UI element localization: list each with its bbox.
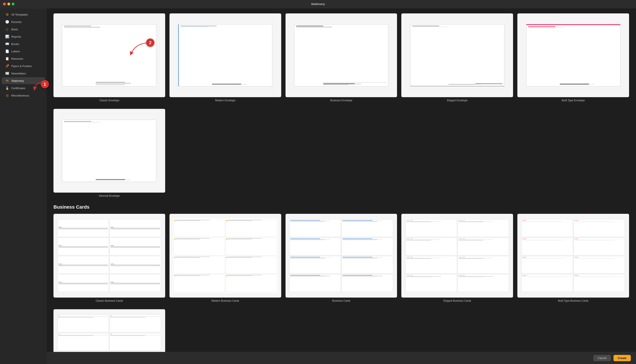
- sidebar-label-books: Books: [11, 42, 19, 46]
- sidebar-item-newsletters[interactable]: 📰 Newsletters: [2, 70, 45, 77]
- sidebar-item-resumes[interactable]: 📋 Resumes: [2, 55, 45, 62]
- sidebar-label-certificates: Certificates: [11, 86, 25, 90]
- grid-icon: ⊞: [5, 12, 9, 16]
- elegant-bc-thumbnail[interactable]: COMPANY NAME COMPANY NAME COMPANY NAME C…: [401, 214, 513, 298]
- close-button[interactable]: [3, 2, 6, 6]
- sidebar-label-letters: Letters: [11, 50, 20, 53]
- template-informal-envelope[interactable]: Informal Envelope: [54, 109, 165, 197]
- sidebar-item-flyers[interactable]: 📌 Flyers & Posters: [2, 62, 45, 70]
- template-classic-envelope[interactable]: Classic Envelope: [54, 14, 165, 102]
- informal-envelope-label: Informal Envelope: [99, 194, 120, 197]
- app-container: ⊞ All Templates 🕐 Recents ◇ Basic 📊 Repo…: [0, 0, 636, 364]
- sidebar-label-recents: Recents: [11, 20, 22, 24]
- informal-envelope-row: Informal Envelope: [54, 109, 629, 197]
- elegant-envelope-label: Elegant Envelope: [447, 99, 467, 102]
- template-business-envelope[interactable]: Business Envelope: [286, 14, 397, 102]
- bold-envelope-thumbnail[interactable]: [517, 14, 629, 97]
- cancel-button[interactable]: Cancel: [593, 355, 611, 361]
- sidebar-item-recents[interactable]: 🕐 Recents: [2, 18, 45, 25]
- main-content: 1 2: [46, 8, 636, 364]
- annotation-2: 2: [146, 38, 154, 47]
- sidebar-item-letters[interactable]: 📄 Letters: [2, 48, 45, 55]
- envelopes-grid: Classic Envelope: [54, 14, 629, 102]
- newsletter-icon: 📰: [5, 72, 9, 75]
- diamond-icon: ◇: [5, 27, 9, 31]
- template-bold-envelope[interactable]: Bold Type Envelope: [517, 14, 629, 102]
- sidebar-item-all-templates[interactable]: ⊞ All Templates: [2, 11, 45, 18]
- modern-bc-label: Modern Business Cards: [212, 299, 239, 302]
- bold-bc-label: Bold Type Business Cards: [558, 299, 588, 302]
- stationery-icon: ✉: [5, 79, 9, 83]
- bold-envelope-label: Bold Type Envelope: [562, 99, 585, 102]
- sidebar-label-flyers: Flyers & Posters: [11, 64, 32, 68]
- sidebar-label-all-templates: All Templates: [11, 13, 28, 16]
- chart-icon: 📊: [5, 35, 9, 38]
- template-classic-bc[interactable]: Your Name Your Name Your Name Your Name …: [54, 214, 165, 302]
- sidebar-label-basic: Basic: [11, 28, 18, 31]
- sidebar-item-miscellaneous[interactable]: ◎ Miscellaneous: [2, 92, 45, 99]
- bottom-bar: Cancel Create: [46, 352, 636, 364]
- book-icon: 📖: [5, 42, 9, 46]
- sidebar-item-certificates[interactable]: 🏅 Certificates: [2, 84, 45, 92]
- misc-icon: ◎: [5, 94, 9, 98]
- minimize-button[interactable]: [7, 2, 10, 6]
- template-business-bc[interactable]: Business Cards: [286, 214, 397, 302]
- sidebar: ⊞ All Templates 🕐 Recents ◇ Basic 📊 Repo…: [0, 8, 46, 364]
- sidebar-label-stationery: Stationery: [11, 79, 24, 82]
- titlebar: Stationery: [0, 0, 636, 8]
- resume-icon: 📋: [5, 57, 9, 60]
- modern-envelope-label: Modern Envelope: [215, 99, 236, 102]
- sidebar-item-reports[interactable]: 📊 Reports: [2, 33, 45, 40]
- app-title: Stationery: [311, 2, 325, 6]
- template-elegant-bc[interactable]: COMPANY NAME COMPANY NAME COMPANY NAME C…: [401, 214, 513, 302]
- elegant-envelope-thumbnail[interactable]: [401, 14, 513, 97]
- classic-bc-thumbnail[interactable]: Your Name Your Name Your Name Your Name …: [54, 214, 165, 298]
- annotation-1: 1: [46, 80, 49, 88]
- sidebar-label-resumes: Resumes: [11, 57, 23, 60]
- template-bold-bc[interactable]: Your Name Your Name Your Name Your Name …: [517, 214, 629, 302]
- informal-envelope-thumbnail[interactable]: [54, 109, 165, 192]
- classic-bc-label: Classic Business Cards: [96, 299, 123, 302]
- business-envelope-thumbnail[interactable]: [286, 14, 397, 97]
- business-cards-section-header: Business Cards: [54, 204, 629, 210]
- sidebar-label-reports: Reports: [11, 35, 21, 38]
- sidebar-item-basic[interactable]: ◇ Basic: [2, 26, 45, 33]
- template-elegant-envelope[interactable]: Elegant Envelope: [401, 14, 513, 102]
- business-cards-grid: Your Name Your Name Your Name Your Name …: [54, 214, 629, 302]
- sidebar-label-miscellaneous: Miscellaneous: [11, 94, 29, 97]
- elegant-bc-label: Elegant Business Cards: [443, 299, 471, 302]
- business-envelope-label: Business Envelope: [330, 99, 352, 102]
- sidebar-item-books[interactable]: 📖 Books: [2, 40, 45, 48]
- certificate-icon: 🏅: [5, 86, 9, 90]
- sidebar-label-newsletters: Newsletters: [11, 72, 26, 75]
- modern-bc-thumbnail[interactable]: [170, 214, 281, 298]
- classic-envelope-thumbnail[interactable]: [54, 14, 165, 97]
- sidebar-item-stationery[interactable]: ✉ Stationery: [2, 77, 45, 84]
- business-bc-label: Business Cards: [332, 299, 350, 302]
- classic-envelope-label: Classic Envelope: [99, 99, 119, 102]
- flyer-icon: 📌: [5, 64, 9, 68]
- create-button[interactable]: Create: [614, 355, 631, 361]
- business-bc-thumbnail[interactable]: [286, 214, 397, 298]
- template-modern-envelope[interactable]: Modern Envelope: [170, 14, 281, 102]
- modern-envelope-thumbnail[interactable]: [170, 14, 281, 97]
- bold-bc-thumbnail[interactable]: Your Name Your Name Your Name Your Name …: [517, 214, 629, 298]
- traffic-lights: [3, 2, 14, 6]
- template-modern-bc[interactable]: Modern Business Cards: [170, 214, 281, 302]
- maximize-button[interactable]: [12, 2, 14, 6]
- letter-icon: 📄: [5, 49, 9, 53]
- clock-icon: 🕐: [5, 20, 9, 24]
